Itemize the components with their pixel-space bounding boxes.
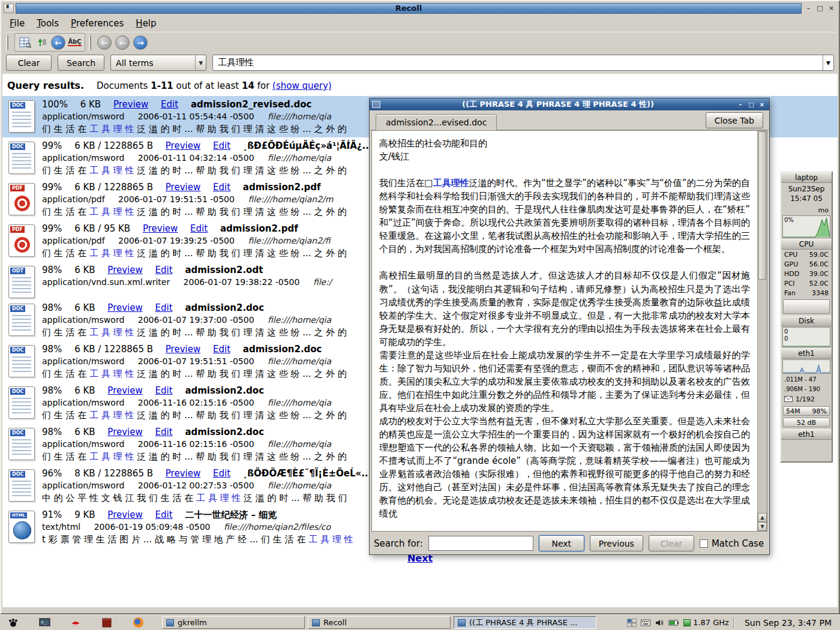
preview-link[interactable]: Preview: [107, 265, 142, 275]
find-next-button[interactable]: Next: [539, 535, 584, 551]
prev-page-button[interactable]: ←: [115, 35, 130, 50]
toolbar-grip2[interactable]: [89, 35, 91, 50]
edit-link[interactable]: Edit: [155, 509, 173, 520]
find-clear-button[interactable]: Clear: [649, 535, 694, 551]
paw-icon[interactable]: [7, 617, 19, 629]
cpu-chart: 0%: [782, 215, 830, 238]
result-title: 二十一世纪经济 – 细览: [185, 509, 277, 520]
fan-row: Fan 3348: [781, 288, 832, 298]
chevron-down-icon[interactable]: ▼: [195, 55, 206, 70]
close-tab-button[interactable]: Close Tab: [706, 112, 763, 128]
mime-type: application/vnd.sun.xml.writer: [42, 277, 170, 287]
maximize-button[interactable]: □: [815, 4, 825, 13]
edit-link[interactable]: Edit: [155, 385, 173, 396]
match-case-label: Match Case: [712, 538, 764, 549]
file-url: file:///home/qia: [268, 439, 331, 449]
show-query-link[interactable]: (show query): [272, 80, 332, 91]
scrollbar-thumb[interactable]: [758, 131, 766, 280]
preview-link[interactable]: Preview: [143, 223, 178, 234]
menu-help[interactable]: Help: [133, 17, 162, 30]
file-date: 2006-01-07 19:38:22 -0500: [184, 277, 300, 287]
volume-meter[interactable]: 52 dB: [783, 418, 830, 427]
scroll-up-icon[interactable]: ▲: [758, 513, 767, 522]
next-page-button[interactable]: →: [133, 35, 148, 50]
keyboard-icon[interactable]: [641, 619, 650, 626]
preview-window-icon[interactable]: [372, 101, 380, 108]
menu-preferences[interactable]: Preferences: [68, 17, 130, 30]
taskbar-task[interactable]: ((工 PHRASE 4 具 PHRASE ...: [454, 616, 596, 629]
preview-minimize-button[interactable]: –: [736, 100, 745, 109]
mail-icon: [784, 396, 793, 402]
query-input[interactable]: [213, 58, 823, 68]
edit-link[interactable]: Edit: [213, 140, 230, 151]
minimize-button[interactable]: –: [803, 4, 814, 13]
menu-tools[interactable]: Tools: [34, 17, 65, 30]
result-title: admission2.pdf: [243, 182, 321, 193]
file-date: 2006-01-11 05:54:44 -0500: [138, 112, 254, 121]
preview-scrollbar[interactable]: ▲ ▼: [757, 131, 767, 531]
preview-link[interactable]: Preview: [107, 385, 142, 396]
preview-link[interactable]: Preview: [107, 509, 142, 520]
history-icon[interactable]: ←: [51, 35, 65, 50]
sort-icon[interactable]: [34, 35, 49, 50]
preview-tab[interactable]: admission2...evised.doc: [376, 114, 497, 130]
query-history-chevron-icon[interactable]: ▼: [823, 55, 833, 70]
preview-link[interactable]: Preview: [113, 99, 148, 110]
first-page-button[interactable]: ←: [97, 35, 112, 50]
close-button[interactable]: ×: [826, 4, 836, 13]
preview-paragraph: [379, 163, 750, 176]
fan-value: 3348: [812, 289, 829, 297]
search-mode-select[interactable]: All terms ▼: [110, 55, 206, 71]
firefox-icon[interactable]: [132, 617, 144, 629]
window-menu-icon[interactable]: ▘: [4, 4, 14, 13]
preview-titlebar[interactable]: ((工 PHRASE 4 具 PHRASE 4 理 PHRASE 4 性)) –…: [370, 98, 769, 110]
preview-link[interactable]: Preview: [166, 140, 200, 151]
package-icon[interactable]: [101, 617, 113, 629]
edit-link[interactable]: Edit: [213, 468, 230, 479]
menu-file[interactable]: File: [7, 17, 31, 30]
taskbar-task[interactable]: gkrellm: [162, 616, 305, 629]
taskbar-task[interactable]: Recoll: [308, 616, 451, 629]
find-previous-button[interactable]: Previous: [590, 535, 643, 551]
preview-maximize-button[interactable]: □: [746, 100, 756, 109]
search-mode-value: All terms: [111, 58, 195, 68]
file-size: 6 KB: [74, 265, 95, 275]
red-hat-icon[interactable]: [70, 617, 82, 629]
preview-link[interactable]: Preview: [107, 427, 142, 437]
query-details-icon[interactable]: [17, 35, 32, 50]
mime-type: application/pdf: [42, 236, 105, 245]
relevance-percent: 98%: [42, 302, 62, 313]
workspace-grid-icon[interactable]: [627, 619, 637, 627]
scroll-down-icon[interactable]: ▼: [758, 522, 767, 531]
docs-word: Documents: [97, 80, 148, 91]
battery-icon[interactable]: [668, 619, 679, 626]
volume-icon[interactable]: [655, 618, 664, 628]
terminal-icon[interactable]: >_: [38, 617, 50, 629]
preview-link[interactable]: Preview: [166, 344, 200, 355]
preview-close-button[interactable]: ×: [757, 100, 767, 109]
taskbar-clock[interactable]: Sun Sep 23, 3:47 PM: [739, 618, 835, 628]
match-case-checkbox[interactable]: [700, 539, 708, 548]
toolbar-grip[interactable]: [6, 35, 8, 50]
gkrellm-temps: CPU59.0CGPU56.0CHDD39.0CPCI52.0C: [781, 250, 832, 288]
memory-meter: 54M 98%: [783, 406, 830, 416]
query-combo[interactable]: ▼: [212, 55, 834, 71]
preview-link[interactable]: Preview: [107, 302, 142, 313]
edit-link[interactable]: Edit: [213, 182, 230, 193]
find-input[interactable]: [428, 536, 533, 551]
edit-link[interactable]: Edit: [213, 344, 230, 355]
window-titlebar[interactable]: ▘ Recoll – □ ×: [2, 2, 838, 14]
edit-link[interactable]: Edit: [161, 99, 178, 110]
preview-link[interactable]: Preview: [166, 182, 200, 193]
clear-button[interactable]: Clear: [6, 55, 52, 71]
edit-link[interactable]: Edit: [155, 302, 173, 313]
spellcheck-icon[interactable]: ÂbÇ: [67, 35, 82, 50]
edit-link[interactable]: Edit: [155, 265, 173, 275]
search-button[interactable]: Search: [58, 55, 104, 71]
file-url: file:/: [313, 277, 332, 287]
edit-link[interactable]: Edit: [155, 427, 173, 437]
preview-text[interactable]: 高校招生的社会功能和目的文/钱江 我们生活在□工具理性泛滥的时代。作为“世之显学…: [371, 130, 767, 532]
preview-link[interactable]: Preview: [166, 468, 200, 479]
cpu-freq-applet[interactable]: 1.87 GHz: [683, 618, 729, 627]
edit-link[interactable]: Edit: [190, 223, 208, 234]
